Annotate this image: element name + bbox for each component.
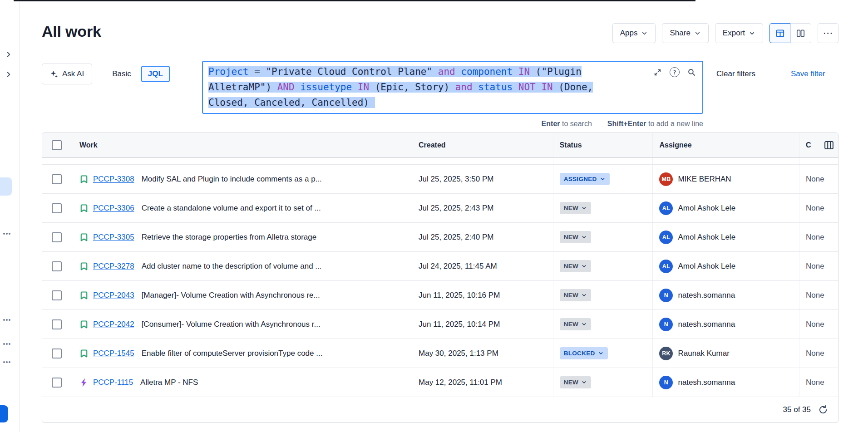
status-badge[interactable]: NEW	[560, 289, 591, 301]
table-row: PCCP-3306 Create a standalone volume and…	[42, 194, 838, 223]
share-button[interactable]: Share	[662, 23, 708, 43]
expand-icon	[653, 68, 662, 77]
sidebar-selected-item[interactable]	[0, 177, 12, 196]
column-header-status[interactable]: Status	[560, 141, 582, 149]
columns-settings-button[interactable]	[824, 140, 834, 151]
issue-key-link[interactable]: PCCP-1545	[93, 349, 134, 358]
enter-key-hint: Enter	[542, 120, 560, 128]
jql-query[interactable]: Project = "Private Cloud Control Plane" …	[208, 64, 648, 110]
issue-key-link[interactable]: PCCP-2042	[93, 320, 134, 329]
issue-summary: [Manager]- Volume Creation with Asynchro…	[142, 291, 320, 300]
ellipsis-icon	[3, 343, 5, 345]
table-header: Work Created Status Assignee C	[42, 133, 838, 158]
story-icon	[79, 204, 89, 213]
row-checkbox[interactable]	[52, 319, 62, 329]
search-button[interactable]	[687, 68, 696, 77]
select-all-checkbox[interactable]	[52, 140, 62, 150]
chevron-down-icon	[600, 176, 606, 182]
sparkle-ai-icon	[50, 70, 58, 78]
ask-ai-button[interactable]: Ask AI	[42, 64, 92, 84]
assignee-name: MIKE BERHAN	[678, 175, 731, 184]
column-header-comments[interactable]: C	[806, 141, 811, 149]
clear-filters-button[interactable]: Clear filters	[716, 64, 755, 84]
row-checkbox[interactable]	[52, 290, 62, 300]
issue-type-icon	[79, 291, 89, 300]
row-checkbox[interactable]	[52, 349, 62, 358]
row-checkbox[interactable]	[52, 203, 62, 213]
refresh-button[interactable]	[818, 405, 828, 415]
expand-button[interactable]	[653, 68, 662, 77]
story-icon	[79, 233, 89, 242]
status-badge[interactable]: NEW	[560, 376, 591, 388]
status-badge[interactable]: NEW	[560, 260, 591, 272]
shift-enter-hint-text: to add a new line	[646, 120, 703, 128]
assignee-name: natesh.somanna	[678, 291, 735, 300]
issue-key-link[interactable]: PCCP-1115	[93, 378, 133, 387]
jql-mode-button[interactable]: JQL	[141, 66, 170, 82]
issue-type-icon	[79, 175, 89, 184]
shift-enter-key-hint: Shift+Enter	[607, 120, 646, 128]
grid-view-button[interactable]	[769, 23, 790, 43]
more-icon: ⋯	[823, 27, 833, 39]
issue-key-link[interactable]: PCCP-3305	[93, 233, 134, 242]
issue-summary: [Consumer]- Volume Creation with Asynchr…	[142, 320, 321, 329]
row-checkbox[interactable]	[52, 261, 62, 271]
basic-mode-button[interactable]: Basic	[108, 64, 136, 84]
assignee-name: Amol Ashok Lele	[678, 262, 735, 271]
chevron-right-icon[interactable]	[5, 70, 13, 79]
detail-view-button[interactable]	[790, 23, 811, 43]
export-button[interactable]: Export	[715, 23, 763, 43]
column-header-created[interactable]: Created	[419, 141, 446, 149]
chevron-down-icon	[581, 263, 587, 269]
table-row: PCCP-1545 Enable filter of computeServer…	[42, 339, 838, 368]
issue-key-link[interactable]: PCCP-3278	[93, 262, 134, 271]
table-row: PCCP-3308 Modify SAL and Plugin to inclu…	[42, 165, 838, 194]
chevron-down-icon	[581, 321, 587, 327]
help-icon: ?	[670, 67, 680, 77]
jql-editor[interactable]: Project = "Private Cloud Control Plane" …	[202, 61, 703, 114]
avatar: N	[659, 318, 673, 331]
status-badge[interactable]: ASSIGNED	[560, 173, 610, 185]
status-badge[interactable]: BLOCKED	[560, 347, 608, 359]
header-actions: Apps Share Export ⋯	[612, 23, 838, 43]
column-header-work[interactable]: Work	[79, 141, 98, 149]
chevron-right-icon[interactable]	[5, 50, 13, 59]
chevron-down-icon	[598, 350, 604, 356]
row-checkbox[interactable]	[52, 378, 62, 388]
search-hints: Enter to searchShift+Enter to add a new …	[202, 120, 703, 128]
ellipsis-icon	[3, 233, 5, 235]
status-badge[interactable]: NEW	[560, 231, 591, 243]
status-badge[interactable]: NEW	[560, 202, 591, 214]
issue-key-link[interactable]: PCCP-3308	[93, 175, 134, 184]
row-checkbox[interactable]	[52, 232, 62, 242]
issue-type-icon	[79, 262, 89, 271]
save-filter-button[interactable]: Save filter	[791, 64, 825, 84]
issue-type-icon	[79, 204, 89, 213]
enter-hint-text: to search	[560, 120, 592, 128]
search-icon	[687, 68, 696, 77]
story-icon	[79, 262, 89, 271]
more-options-button[interactable]: ⋯	[818, 23, 838, 43]
help-button[interactable]: ?	[670, 67, 680, 77]
issue-summary: Retrieve the storage properties from All…	[142, 233, 317, 242]
issue-key-link[interactable]: PCCP-2043	[93, 291, 134, 300]
story-icon	[79, 349, 89, 358]
issue-type-icon	[79, 349, 89, 358]
apps-button[interactable]: Apps	[612, 23, 656, 43]
table-row: PCCP-2043 [Manager]- Volume Creation wit…	[42, 281, 838, 310]
created-value: Jun 11, 2025, 10:14 PM	[419, 320, 500, 329]
created-value: Jul 25, 2025, 2:43 PM	[419, 204, 493, 213]
row-checkbox[interactable]	[52, 174, 62, 184]
issue-summary: Modify SAL and Plugin to include comment…	[142, 175, 322, 184]
column-header-assignee[interactable]: Assignee	[659, 141, 691, 149]
status-badge[interactable]: NEW	[560, 318, 591, 330]
collapsed-sidebar	[0, 1, 20, 432]
window-top-edge	[14, 0, 695, 1]
last-col-value: None	[806, 291, 824, 300]
issue-key-link[interactable]: PCCP-3306	[93, 204, 134, 213]
table-row: PCCP-3278 Add cluster name to the descri…	[42, 252, 838, 281]
created-value: Jul 25, 2025, 2:40 PM	[419, 233, 493, 242]
last-col-value: None	[806, 349, 824, 358]
refresh-icon	[818, 405, 828, 415]
sidebar-bottom-button[interactable]	[0, 405, 8, 422]
